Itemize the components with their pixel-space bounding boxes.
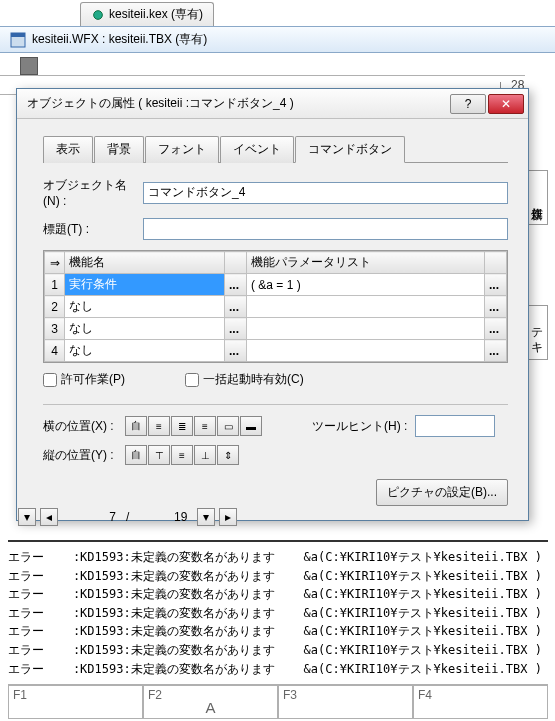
caption-input[interactable] bbox=[143, 218, 508, 240]
vpos-label: 縦の位置(Y) : bbox=[43, 447, 125, 464]
toolhint-input[interactable] bbox=[415, 415, 495, 437]
table-row: 4 なし ... ... bbox=[45, 340, 507, 362]
fkey-4[interactable]: F4 bbox=[413, 685, 548, 719]
record-pager: ▾ ◂ 7 / 19 ▾ ▸ bbox=[18, 508, 237, 526]
form-icon bbox=[10, 32, 26, 48]
param-cell[interactable]: ( &a = 1 ) bbox=[247, 274, 485, 296]
error-log[interactable]: エラー :KD1593:未定義の変数名があります &a(C:¥KIRI10¥テス… bbox=[8, 540, 548, 678]
pager-first-icon[interactable]: ◂ bbox=[40, 508, 58, 526]
svg-rect-2 bbox=[11, 33, 25, 37]
pager-next-icon[interactable]: ▸ bbox=[219, 508, 237, 526]
picture-settings-button[interactable]: ピクチャの設定(B)... bbox=[376, 479, 508, 506]
grid-hdr-arrow: ⇒ bbox=[45, 252, 65, 274]
close-button[interactable]: ✕ bbox=[488, 94, 524, 114]
grid-hdr-param[interactable]: 機能パラメータリスト bbox=[247, 252, 485, 274]
ellipsis-button[interactable]: ... bbox=[225, 340, 247, 362]
ellipsis-button[interactable]: ... bbox=[485, 318, 507, 340]
param-cell[interactable] bbox=[247, 296, 485, 318]
tab-event[interactable]: イベント bbox=[220, 136, 294, 163]
valign-top-icon[interactable]: ⊤ bbox=[148, 445, 170, 465]
caption-label: 標題(T) : bbox=[43, 221, 143, 238]
valign-free-icon[interactable]: 自 bbox=[125, 445, 147, 465]
handle-box[interactable] bbox=[20, 57, 38, 75]
table-row: 3 なし ... ... bbox=[45, 318, 507, 340]
ellipsis-button[interactable]: ... bbox=[485, 340, 507, 362]
close-icon: ✕ bbox=[501, 97, 511, 111]
dialog-titlebar[interactable]: オブジェクトの属性 ( kesiteii :コマンドボタン_4 ) ? ✕ bbox=[17, 89, 528, 119]
pager-total: 19 bbox=[133, 510, 193, 524]
fkey-3[interactable]: F3 bbox=[278, 685, 413, 719]
fkey-1[interactable]: F1 bbox=[8, 685, 143, 719]
tab-background[interactable]: 背景 bbox=[94, 136, 144, 163]
pager-current: 7 bbox=[62, 510, 122, 524]
func-cell[interactable]: なし bbox=[65, 318, 225, 340]
objname-label: オブジェクト名(N) : bbox=[43, 177, 143, 208]
grid-hdr-ellipsis2 bbox=[485, 252, 507, 274]
help-icon: ? bbox=[465, 97, 472, 111]
batch-checkbox[interactable]: 一括起動時有効(C) bbox=[185, 371, 304, 388]
valign-middle-icon[interactable]: ≡ bbox=[171, 445, 193, 465]
child-window-bar: kesiteii.WFX : kesiteii.TBX (専有) bbox=[0, 26, 555, 53]
dialog-title: オブジェクトの属性 ( kesiteii :コマンドボタン_4 ) bbox=[27, 95, 294, 112]
tab-commandbutton[interactable]: コマンドボタン bbox=[295, 136, 405, 163]
file-icon bbox=[91, 8, 105, 22]
ellipsis-button[interactable]: ... bbox=[225, 274, 247, 296]
ellipsis-button[interactable]: ... bbox=[485, 274, 507, 296]
halign-buttons: 自 ≡ ≣ ≡ ▭ ▬ bbox=[125, 416, 262, 436]
toolhint-label: ツールヒント(H) : bbox=[312, 418, 407, 435]
property-tabs: 表示 背景 フォント イベント コマンドボタン bbox=[43, 135, 508, 163]
param-cell[interactable] bbox=[247, 340, 485, 362]
pager-sep: / bbox=[126, 510, 129, 524]
tab-display[interactable]: 表示 bbox=[43, 136, 93, 163]
side-strip: 新規作 テキ bbox=[525, 65, 555, 390]
table-row: 1 実行条件 ... ( &a = 1 ) ... bbox=[45, 274, 507, 296]
grid-hdr-ellipsis1 bbox=[225, 252, 247, 274]
align-stretch-icon[interactable]: ▬ bbox=[240, 416, 262, 436]
table-row: 2 なし ... ... bbox=[45, 296, 507, 318]
align-free-icon[interactable]: 自 bbox=[125, 416, 147, 436]
file-tab-strip: kesiteii.kex (専有) bbox=[0, 0, 555, 26]
func-cell[interactable]: なし bbox=[65, 340, 225, 362]
pager-dropdown-icon[interactable]: ▾ bbox=[197, 508, 215, 526]
align-right-icon[interactable]: ≡ bbox=[194, 416, 216, 436]
ellipsis-button[interactable]: ... bbox=[485, 296, 507, 318]
align-left-icon[interactable]: ≡ bbox=[148, 416, 170, 436]
permit-checkbox[interactable]: 許可作業(P) bbox=[43, 371, 125, 388]
ellipsis-button[interactable]: ... bbox=[225, 318, 247, 340]
svg-point-0 bbox=[94, 10, 103, 19]
child-window-title: kesiteii.WFX : kesiteii.TBX (専有) bbox=[32, 31, 207, 48]
fkey-2[interactable]: F2A bbox=[143, 685, 278, 719]
properties-dialog: オブジェクトの属性 ( kesiteii :コマンドボタン_4 ) ? ✕ 表示… bbox=[16, 88, 529, 521]
align-fill-icon[interactable]: ▭ bbox=[217, 416, 239, 436]
align-center-icon[interactable]: ≣ bbox=[171, 416, 193, 436]
func-cell[interactable]: なし bbox=[65, 296, 225, 318]
objname-input[interactable] bbox=[143, 182, 508, 204]
help-button[interactable]: ? bbox=[450, 94, 486, 114]
tab-font[interactable]: フォント bbox=[145, 136, 219, 163]
valign-fill-icon[interactable]: ⇕ bbox=[217, 445, 239, 465]
func-cell[interactable]: 実行条件 bbox=[65, 274, 225, 296]
param-cell[interactable] bbox=[247, 318, 485, 340]
hpos-label: 横の位置(X) : bbox=[43, 418, 125, 435]
function-keys: F1 F2A F3 F4 bbox=[8, 684, 548, 719]
file-tab[interactable]: kesiteii.kex (専有) bbox=[80, 2, 214, 26]
valign-bottom-icon[interactable]: ⊥ bbox=[194, 445, 216, 465]
ellipsis-button[interactable]: ... bbox=[225, 296, 247, 318]
file-tab-label: kesiteii.kex (専有) bbox=[109, 6, 203, 23]
grid-hdr-func[interactable]: 機能名 bbox=[65, 252, 225, 274]
pager-prev-icon[interactable]: ▾ bbox=[18, 508, 36, 526]
function-grid[interactable]: ⇒ 機能名 機能パラメータリスト 1 実行条件 ... ( &a = 1 ) .… bbox=[43, 250, 508, 363]
valign-buttons: 自 ⊤ ≡ ⊥ ⇕ bbox=[125, 445, 239, 465]
